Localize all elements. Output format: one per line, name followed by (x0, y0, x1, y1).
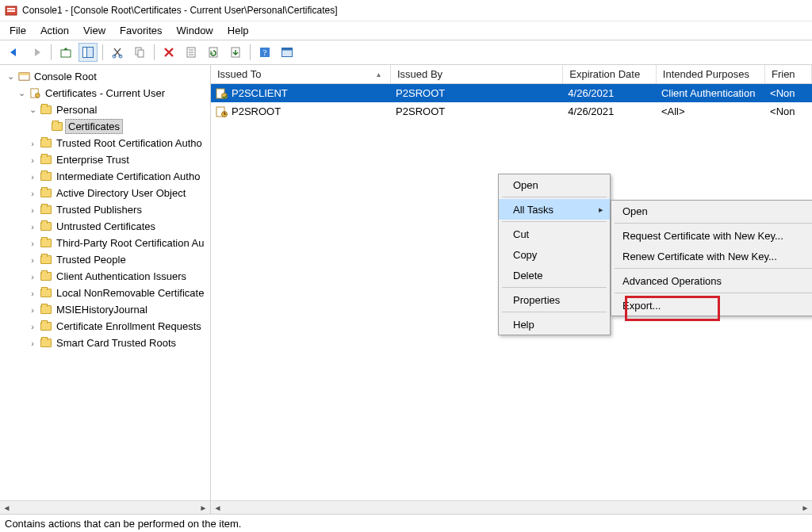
tree-folder[interactable]: ›Third-Party Root Certification Au (0, 235, 210, 251)
ctx-properties[interactable]: Properties (499, 289, 610, 310)
svg-rect-2 (7, 10, 15, 12)
chevron-right-icon: › (27, 289, 38, 298)
tree-hscroll[interactable]: ◄ ► (0, 500, 210, 514)
tree-console-root[interactable]: ⌄ Console Root (0, 68, 210, 85)
folder-icon (40, 204, 52, 216)
folder-icon (40, 220, 52, 233)
chevron-right-icon: › (27, 322, 38, 331)
new-window-button[interactable] (278, 43, 297, 62)
ctx-all-tasks[interactable]: All Tasks▸ (499, 199, 610, 220)
properties-button[interactable] (182, 43, 201, 62)
status-bar: Contains actions that can be performed o… (0, 515, 812, 532)
table-row[interactable]: P2SROOTP2SROOT4/26/2021<All><Non (211, 102, 812, 121)
chevron-right-icon: › (27, 339, 38, 348)
tree-pane: ⌄ Console Root ⌄ Certificates - Current … (0, 65, 211, 514)
folder-icon (40, 337, 52, 350)
sub-export[interactable]: Export... (611, 295, 812, 316)
tree-personal[interactable]: ⌄ Personal (0, 101, 210, 118)
svg-rect-9 (138, 50, 144, 57)
titlebar: Console1 - [Console Root\Certificates - … (0, 0, 812, 21)
sub-renew-new-key[interactable]: Renew Certificate with New Key... (611, 246, 812, 266)
ctx-delete[interactable]: Delete (499, 265, 610, 285)
chevron-right-icon: › (27, 222, 38, 232)
tree-folder[interactable]: ›Smart Card Trusted Roots (0, 335, 210, 351)
up-button[interactable] (56, 43, 75, 62)
scroll-right-icon[interactable]: ► (197, 502, 210, 514)
tree-folder[interactable]: ›Trusted People (0, 251, 210, 268)
tree-folder[interactable]: ›Trusted Publishers (0, 201, 210, 218)
scroll-left-icon[interactable]: ◄ (211, 502, 224, 514)
status-text: Contains actions that can be performed o… (5, 518, 241, 530)
chevron-right-icon: › (27, 155, 38, 165)
tree-certificates-leaf[interactable]: Certificates (0, 118, 210, 135)
chevron-down-icon: ⌄ (16, 88, 27, 98)
tree-folder[interactable]: ›Active Directory User Object (0, 185, 210, 201)
menubar: File Action View Favorites Window Help (0, 21, 812, 40)
ctx-open[interactable]: Open (499, 174, 610, 195)
sub-advanced-operations[interactable]: Advanced Operations▸ (611, 270, 812, 291)
chevron-down-icon: ⌄ (27, 105, 38, 115)
menu-view[interactable]: View (83, 25, 105, 36)
tree-folder[interactable]: ›Untrusted Certificates (0, 218, 210, 235)
table-row[interactable]: P2SCLIENTP2SROOT4/26/2021Client Authenti… (211, 84, 812, 102)
tree-folder[interactable]: ›Intermediate Certification Autho (0, 168, 210, 185)
folder-icon (40, 137, 52, 150)
console-icon (17, 71, 30, 83)
show-tree-button[interactable] (79, 43, 98, 62)
tree-folder[interactable]: ›Client Authentication Issuers (0, 268, 210, 285)
col-expiration[interactable]: Expiration Date (563, 65, 657, 83)
submenu-arrow-icon: ▸ (599, 205, 603, 215)
svg-rect-1 (7, 8, 15, 10)
back-button[interactable] (5, 43, 24, 62)
chevron-right-icon: › (27, 205, 38, 215)
menu-file[interactable]: File (10, 25, 26, 36)
col-friendly[interactable]: Frien (765, 65, 812, 83)
grid-hscroll[interactable]: ◄ ► (211, 500, 812, 514)
toolbar: ? (0, 40, 812, 65)
chevron-right-icon: › (27, 255, 38, 265)
folder-icon (40, 104, 52, 117)
chevron-right-icon: › (27, 172, 38, 182)
menu-window[interactable]: Window (177, 25, 213, 36)
grid-header: Issued To▴ Issued By Expiration Date Int… (211, 65, 812, 84)
tree-folder[interactable]: ›Enterprise Trust (0, 151, 210, 168)
content-area: ⌄ Console Root ⌄ Certificates - Current … (0, 65, 812, 515)
folder-icon (40, 170, 52, 183)
folder-icon (40, 237, 52, 250)
sub-open[interactable]: Open (611, 201, 812, 221)
ctx-copy[interactable]: Copy (499, 244, 610, 265)
ctx-cut[interactable]: Cut (499, 224, 610, 244)
menu-help[interactable]: Help (228, 25, 249, 36)
tree-certificates-current-user[interactable]: ⌄ Certificates - Current User (0, 85, 210, 101)
svg-point-23 (35, 94, 40, 98)
forward-button[interactable] (27, 43, 46, 62)
tree-folder[interactable]: ›Local NonRemovable Certificate (0, 285, 210, 301)
sub-request-new-key[interactable]: Request Certificate with New Key... (611, 225, 812, 246)
col-issued-by[interactable]: Issued By (391, 65, 563, 83)
menu-action[interactable]: Action (40, 25, 69, 36)
scroll-right-icon[interactable]: ► (799, 502, 812, 514)
tree-folder[interactable]: ›Trusted Root Certification Autho (0, 135, 210, 151)
context-submenu-all-tasks: Open Request Certificate with New Key...… (611, 200, 812, 316)
certificate-store-icon (29, 87, 41, 100)
tree-folder[interactable]: ›Certificate Enrollment Requests (0, 318, 210, 335)
cut-button[interactable] (108, 43, 127, 62)
export-list-button[interactable] (226, 43, 245, 62)
chevron-right-icon: › (27, 305, 38, 315)
delete-button[interactable] (159, 43, 178, 62)
chevron-right-icon: › (27, 272, 38, 281)
col-purposes[interactable]: Intended Purposes (657, 65, 765, 83)
folder-icon (40, 270, 52, 283)
chevron-down-icon: ⌄ (5, 71, 16, 82)
copy-button[interactable] (130, 43, 149, 62)
refresh-button[interactable] (204, 43, 223, 62)
tree-folder[interactable]: ›MSIEHistoryJournal (0, 301, 210, 318)
svg-rect-3 (61, 50, 71, 57)
menu-favorites[interactable]: Favorites (120, 25, 162, 36)
help-button[interactable]: ? (255, 43, 274, 62)
svg-rect-19 (282, 48, 293, 51)
scroll-left-icon[interactable]: ◄ (0, 502, 13, 514)
col-issued-to[interactable]: Issued To▴ (211, 65, 391, 83)
window-title: Console1 - [Console Root\Certificates - … (22, 5, 338, 16)
ctx-help[interactable]: Help (499, 314, 610, 335)
